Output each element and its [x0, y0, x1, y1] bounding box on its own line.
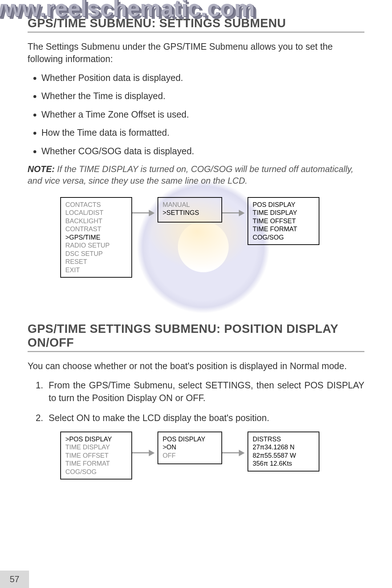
arrow-icon [132, 210, 155, 216]
bullet-item: Whether Position data is displayed. [41, 72, 364, 84]
bullet-item: Whether a Time Zone Offset is used. [41, 109, 364, 121]
page-number: 57 [0, 571, 29, 588]
intro-paragraph-2: You can choose whether or not the boat's… [28, 360, 364, 372]
menu-box-b: MANUAL >SETTINGS [158, 197, 222, 222]
menu2-box-a: >POS DISPLAY TIME DISPLAY TIME OFFSET TI… [60, 432, 132, 480]
note-body: If the TIME DISPLAY is turned on, COG/SO… [28, 164, 354, 185]
bullet-item: Whether the Time is displayed. [41, 90, 364, 102]
menu2-box-c: DISTRSS 27π34.1268 N 82π55.5587 W 356π 1… [248, 432, 319, 471]
menu-box-a: CONTACTS LOCAL/DIST BACKLIGHT CONTRAST >… [60, 197, 132, 278]
menu-diagram-1: CONTACTS LOCAL/DIST BACKLIGHT CONTRAST >… [60, 197, 364, 299]
bullet-list: Whether Position data is displayed. Whet… [41, 72, 364, 157]
bullet-item: How the Time data is formatted. [41, 127, 364, 139]
arrow-icon [222, 210, 245, 216]
menu-diagram-2: >POS DISPLAY TIME DISPLAY TIME OFFSET TI… [60, 432, 364, 490]
note-label: NOTE: [28, 164, 55, 174]
step-item: From the GPS/Time Submenu, select SETTIN… [46, 379, 364, 404]
bullet-item: Whether COG/SOG data is displayed. [41, 145, 364, 157]
arrow-icon [132, 450, 155, 456]
menu2-box-b: POS DISPLAY >ON OFF [158, 432, 222, 464]
menu-box-c: POS DISPLAY TIME DISPLAY TIME OFFSET TIM… [248, 197, 319, 245]
section-heading-2: GPS/TIME SETTINGS SUBMENU: POSITION DISP… [28, 322, 364, 352]
site-watermark: www.reelschematic.com www.reelschematic.… [0, 0, 256, 23]
steps-list: From the GPS/Time Submenu, select SETTIN… [38, 379, 364, 424]
intro-paragraph-1: The Settings Submenu under the GPS/TIME … [28, 41, 364, 65]
note-paragraph: NOTE: If the TIME DISPLAY is turned on, … [28, 163, 364, 187]
arrow-icon [222, 450, 245, 456]
step-item: Select ON to make the LCD display the bo… [46, 412, 364, 424]
